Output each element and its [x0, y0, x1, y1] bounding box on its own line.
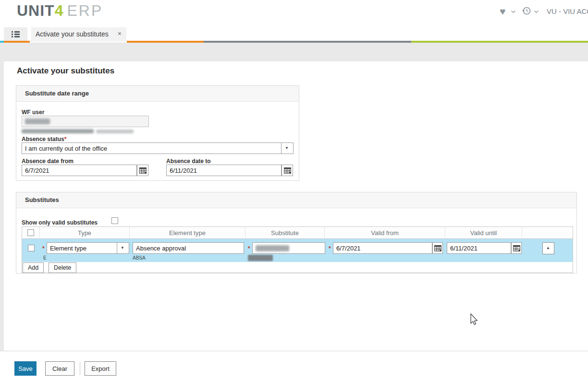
absence-status-label: Absence status* [22, 136, 66, 142]
type-dropdown-button[interactable]: ▼ [117, 242, 129, 254]
element-type-code-label: ABSA [133, 255, 146, 261]
favorites-chevron-down-icon[interactable] [511, 10, 516, 13]
absence-date-to-input[interactable] [166, 165, 282, 176]
type-value: Element type [50, 245, 86, 252]
footer-action-bar: Save Clear Export [0, 351, 588, 380]
show-only-valid-substitutes-checkbox[interactable] [111, 217, 118, 224]
top-header: UNIT4ERP ♥ VU - VIU ACC [0, 0, 588, 27]
chevron-down-icon: ▼ [121, 246, 124, 250]
arrow-up-icon: ▲ [546, 246, 550, 250]
absence-date-from-label: Absence date from [22, 158, 74, 165]
show-only-valid-substitutes-label: Show only valid substitutes [22, 219, 98, 226]
recent-history-icon[interactable] [522, 6, 532, 16]
redacted-substitute-code [248, 255, 273, 261]
valid-until-calendar-icon[interactable] [511, 242, 522, 254]
column-header-substitute: Substitute [245, 227, 325, 239]
select-all-column [22, 227, 40, 239]
substitutes-panel-header: Substitutes [16, 192, 576, 208]
tab-bar: Activate your substitutes × [0, 27, 588, 41]
valid-until-input[interactable] [447, 242, 511, 254]
user-account-label[interactable]: VU - VIU ACC [547, 7, 588, 15]
substitute-input[interactable] [252, 242, 325, 254]
type-required-asterisk: * [42, 245, 45, 252]
history-chevron-down-icon[interactable] [534, 10, 539, 13]
column-header-element-type: Element type [130, 227, 245, 239]
unit4-erp-window: UNIT4ERP ♥ VU - VIU ACC Activate your su… [0, 0, 588, 380]
tab-close-icon[interactable]: × [118, 30, 122, 37]
gray-band [0, 43, 588, 61]
redacted-substitute-value [256, 245, 289, 251]
absence-status-select[interactable]: I am currently out of the office ▼ [22, 142, 294, 154]
wf-user-field [22, 116, 149, 127]
column-header-valid-until: Valid until [445, 227, 522, 239]
absence-status-dropdown-button[interactable]: ▼ [281, 142, 294, 154]
export-button[interactable]: Export [85, 361, 116, 376]
substitutes-table-header: Type Element type Substitute Valid from … [22, 227, 573, 239]
absence-date-to-label: Absence date to [166, 158, 211, 165]
column-header-actions [522, 227, 573, 239]
date-range-panel-title: Substitute date range [25, 90, 89, 97]
logo-erp-text: ERP [67, 2, 103, 19]
tab-activate-your-substitutes[interactable]: Activate your substitutes × [31, 27, 126, 41]
left-gutter [0, 43, 4, 351]
redacted-wf-user-value [25, 119, 50, 124]
redacted-wf-user-description-2 [96, 130, 134, 133]
substitutes-panel-title: Substitutes [25, 196, 59, 203]
column-header-type: Type [40, 227, 130, 239]
valid-from-input[interactable] [333, 242, 432, 254]
substitute-date-range-panel: Substitute date range WF user Absence st… [16, 85, 299, 181]
clear-button[interactable]: Clear [45, 361, 74, 376]
date-range-panel-header: Substitute date range [16, 86, 299, 102]
absence-date-from-input[interactable] [22, 165, 137, 176]
logo-four-text: 4 [55, 2, 63, 19]
valid-from-required-asterisk: * [329, 245, 331, 252]
element-type-input[interactable] [133, 242, 244, 254]
row-checkbox[interactable] [28, 245, 35, 251]
absence-date-to-calendar-icon[interactable] [282, 165, 293, 176]
add-row-button[interactable]: Add [23, 262, 44, 273]
logo-unit-text: UNIT [17, 2, 55, 19]
required-asterisk: * [64, 136, 67, 142]
column-header-valid-from: Valid from [325, 227, 445, 239]
save-button[interactable]: Save [14, 361, 37, 376]
absence-status-label-text: Absence status [22, 136, 64, 142]
move-row-up-button[interactable]: ▲ [542, 242, 554, 254]
wf-user-label: WF user [22, 109, 44, 116]
unit4-erp-logo: UNIT4ERP [17, 2, 103, 19]
delete-row-button[interactable]: Delete [49, 262, 76, 273]
valid-from-calendar-icon[interactable] [432, 242, 443, 254]
tab-label: Activate your substitutes [36, 30, 109, 38]
select-all-checkbox[interactable] [27, 229, 34, 236]
substitutes-table: Type Element type Substitute Valid from … [22, 226, 573, 273]
mouse-cursor [468, 312, 479, 327]
tab-menu[interactable] [4, 27, 27, 41]
menu-list-icon [12, 31, 20, 37]
footer-divider [80, 362, 80, 375]
main-content: Activate your substitutes Substitute dat… [4, 61, 588, 351]
substitute-required-asterisk: * [248, 245, 250, 252]
substitutes-panel: Substitutes Show only valid substitutes … [16, 192, 577, 273]
absence-status-value: I am currently out of the office [25, 145, 107, 152]
absence-date-from-calendar-icon[interactable] [137, 165, 148, 176]
type-select[interactable]: Element type ▼ [47, 242, 129, 254]
redacted-wf-user-description [22, 129, 94, 133]
chevron-down-icon: ▼ [285, 146, 289, 150]
favorites-heart-icon[interactable]: ♥ [500, 6, 505, 17]
page-title: Activate your substitutes [17, 66, 114, 76]
type-code-label: E [43, 255, 47, 261]
